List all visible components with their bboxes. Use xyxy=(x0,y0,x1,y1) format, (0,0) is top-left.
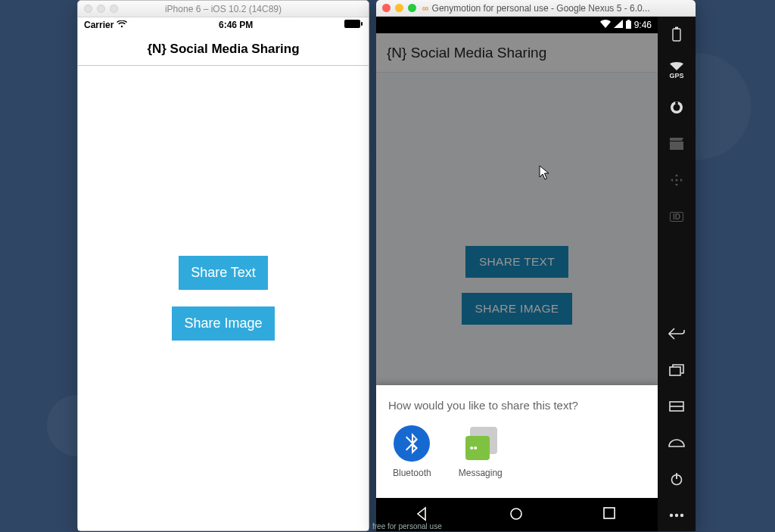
sidebar-menu-icon[interactable] xyxy=(668,398,685,415)
sidebar-battery-icon[interactable] xyxy=(668,26,685,42)
svg-rect-3 xyxy=(627,20,630,21)
svg-rect-11 xyxy=(670,142,683,150)
ios-clock: 6:46 PM xyxy=(219,20,253,30)
sidebar-home-icon[interactable] xyxy=(668,434,685,451)
svg-rect-5 xyxy=(604,508,615,518)
ios-simulator-window: iPhone 6 – iOS 10.2 (14C89) Carrier 6:46… xyxy=(77,0,369,531)
android-screen: {N} Social Media Sharing SHARE TEXT SHAR… xyxy=(376,33,658,498)
share-option-messaging[interactable]: •• Messaging xyxy=(459,425,503,478)
share-option-label: Bluetooth xyxy=(393,468,431,478)
ios-max-dot[interactable] xyxy=(110,5,118,13)
android-status-bar: 9:46 xyxy=(376,17,658,33)
sidebar-more-icon[interactable] xyxy=(668,507,685,524)
svg-rect-1 xyxy=(361,22,363,26)
svg-rect-6 xyxy=(673,29,680,41)
back-icon[interactable] xyxy=(415,506,431,523)
svg-rect-2 xyxy=(626,20,631,29)
genymotion-sidebar: GPS ID xyxy=(658,17,696,531)
sidebar-power-icon[interactable] xyxy=(668,471,685,487)
battery-icon xyxy=(626,20,631,31)
ios-app-body: Share Text Share Image xyxy=(78,66,369,530)
ios-window-title: iPhone 6 – iOS 10.2 (14C89) xyxy=(78,4,369,14)
genymotion-icon: ∞ xyxy=(422,3,429,14)
ios-window-titlebar[interactable]: iPhone 6 – iOS 10.2 (14C89) xyxy=(78,1,369,17)
sidebar-id-icon[interactable]: ID xyxy=(668,208,685,225)
svg-point-18 xyxy=(670,514,673,517)
close-button[interactable] xyxy=(382,4,391,12)
footer-watermark: free for personal use xyxy=(372,522,442,530)
ios-app-title: {N} Social Media Sharing xyxy=(147,42,299,57)
messaging-icon: •• xyxy=(462,425,499,462)
share-option-label: Messaging xyxy=(459,468,503,478)
svg-rect-13 xyxy=(670,367,680,375)
ios-min-dot[interactable] xyxy=(97,5,105,13)
android-window-title: Genymotion for personal use - Google Nex… xyxy=(429,3,689,14)
minimize-button[interactable] xyxy=(395,4,403,12)
recents-icon[interactable] xyxy=(602,506,619,523)
wifi-icon xyxy=(117,20,127,30)
android-emulator-window: ∞ Genymotion for personal use - Google N… xyxy=(376,0,696,531)
share-sheet-title: How would you like to share this text? xyxy=(388,399,646,412)
ios-close-dot[interactable] xyxy=(84,5,92,13)
sidebar-move-icon[interactable] xyxy=(668,172,685,188)
sidebar-camera-icon[interactable] xyxy=(668,99,685,116)
svg-point-9 xyxy=(674,104,680,111)
svg-point-19 xyxy=(675,514,678,517)
mac-traffic-lights[interactable] xyxy=(382,4,416,12)
ios-share-image-button[interactable]: Share Image xyxy=(172,306,274,341)
cell-signal-icon xyxy=(614,20,623,30)
carrier-label: Carrier xyxy=(84,20,114,30)
sidebar-back-icon[interactable] xyxy=(668,325,685,342)
android-clock: 9:46 xyxy=(634,20,652,30)
svg-point-20 xyxy=(680,514,683,517)
android-window-titlebar[interactable]: ∞ Genymotion for personal use - Google N… xyxy=(376,0,696,17)
svg-point-4 xyxy=(511,509,521,519)
ios-app-navbar: {N} Social Media Sharing xyxy=(78,33,369,66)
sidebar-multiwindow-icon[interactable] xyxy=(668,362,685,378)
share-option-bluetooth[interactable]: Bluetooth xyxy=(393,425,431,478)
svg-point-12 xyxy=(676,179,678,182)
android-device-frame: 9:46 {N} Social Media Sharing SHARE TEXT… xyxy=(376,17,658,531)
svg-rect-0 xyxy=(344,20,360,28)
svg-point-10 xyxy=(675,101,678,104)
ios-traffic-lights[interactable] xyxy=(84,5,118,13)
sidebar-clapper-icon[interactable] xyxy=(668,135,685,152)
ios-status-bar: Carrier 6:46 PM xyxy=(78,17,369,33)
sidebar-gps-icon[interactable]: GPS xyxy=(668,62,685,79)
bluetooth-icon xyxy=(394,425,430,462)
svg-rect-7 xyxy=(675,27,678,30)
battery-icon xyxy=(344,20,363,30)
ios-share-text-button[interactable]: Share Text xyxy=(179,256,268,290)
wifi-icon xyxy=(600,20,611,30)
share-sheet: How would you like to share this text? B… xyxy=(376,385,658,498)
zoom-button[interactable] xyxy=(408,4,416,12)
home-icon[interactable] xyxy=(509,506,525,523)
